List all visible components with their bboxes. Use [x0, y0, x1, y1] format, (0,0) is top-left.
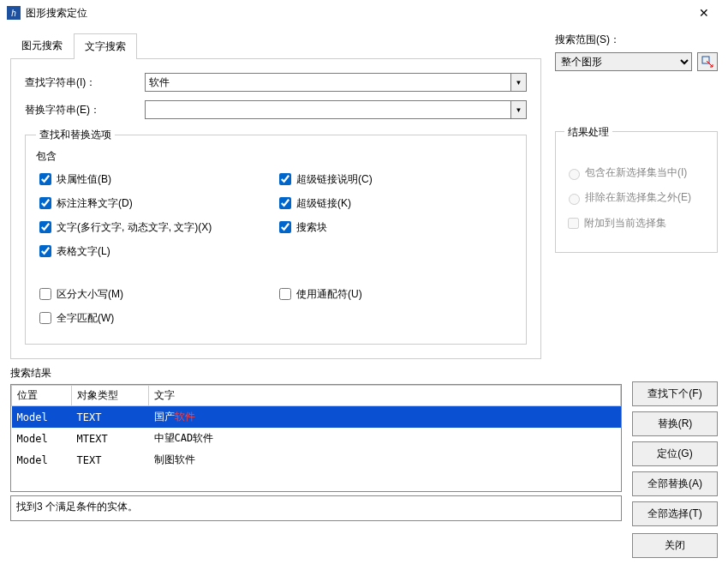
col-position: 位置: [12, 386, 72, 406]
scope-select[interactable]: 整个图形: [555, 52, 692, 71]
tab-panel: 查找字符串(I)： ▼ 替换字符串(E)： ▼ 查找和替换选项 包含 块属性: [10, 59, 541, 359]
title-bar: h 图形搜索定位 ✕: [0, 0, 728, 26]
app-icon: h: [7, 6, 21, 20]
check-whole-word[interactable]: [39, 312, 51, 324]
window-title: 图形搜索定位: [26, 6, 687, 21]
replace-all-button[interactable]: 全部替换(A): [632, 471, 718, 496]
table-row[interactable]: ModelMTEXT中望CAD软件: [12, 428, 621, 449]
result-handling-group: 结果处理 包含在新选择集当中(I) 排除在新选择集之外(E) 附加到当前选择集: [555, 131, 718, 253]
check-hyperlink-desc[interactable]: [279, 173, 291, 185]
replace-label: 替换字符串(E)：: [25, 103, 145, 117]
tab-text-search[interactable]: 文字搜索: [74, 33, 137, 59]
scope-label: 搜索范围(S)：: [555, 33, 718, 47]
find-label: 查找字符串(I)：: [25, 75, 145, 90]
check-text-all[interactable]: [39, 221, 51, 233]
replace-input[interactable]: [145, 100, 511, 119]
find-next-button[interactable]: 查找下个(F): [632, 381, 718, 406]
col-type: 对象类型: [72, 386, 149, 406]
check-append-selection: [568, 218, 579, 229]
pick-icon: [701, 56, 713, 68]
radio-exclude-selection: [569, 194, 580, 205]
check-table-text[interactable]: [39, 245, 51, 257]
status-text: 找到3 个满足条件的实体。: [10, 495, 622, 521]
table-row[interactable]: ModelTEXT国产软件: [12, 406, 621, 429]
table-row[interactable]: ModelTEXT制图软件: [12, 449, 621, 471]
radio-include-selection: [569, 169, 580, 180]
tab-bar: 图元搜索 文字搜索: [10, 33, 541, 59]
check-dim-text[interactable]: [39, 197, 51, 209]
results-label: 搜索结果: [10, 366, 622, 381]
results-table[interactable]: 位置 对象类型 文字 ModelTEXT国产软件ModelMTEXT中望CAD软…: [10, 384, 622, 492]
check-match-case[interactable]: [39, 288, 51, 300]
check-block-attr[interactable]: [39, 173, 51, 185]
col-text: 文字: [149, 386, 621, 406]
replace-dropdown-icon[interactable]: ▼: [511, 100, 527, 119]
replace-button[interactable]: 替换(R): [632, 411, 718, 436]
select-all-button[interactable]: 全部选择(T): [632, 501, 718, 526]
pick-scope-button[interactable]: [697, 52, 718, 71]
close-icon[interactable]: ✕: [687, 6, 721, 20]
check-wildcard[interactable]: [279, 288, 291, 300]
include-title: 包含: [36, 149, 516, 164]
result-handling-title: 结果处理: [564, 125, 612, 140]
find-dropdown-icon[interactable]: ▼: [511, 73, 527, 92]
check-search-block[interactable]: [279, 221, 291, 233]
check-hyperlink[interactable]: [279, 197, 291, 209]
tab-primitive-search[interactable]: 图元搜索: [10, 33, 74, 58]
options-group: 查找和替换选项 包含 块属性值(B) 标注注释文字(D) 文字(多行文字, 动态…: [25, 128, 527, 345]
close-button[interactable]: 关闭: [632, 533, 718, 558]
options-title: 查找和替换选项: [36, 128, 115, 142]
find-input[interactable]: [145, 73, 511, 92]
locate-button[interactable]: 定位(G): [632, 441, 718, 466]
